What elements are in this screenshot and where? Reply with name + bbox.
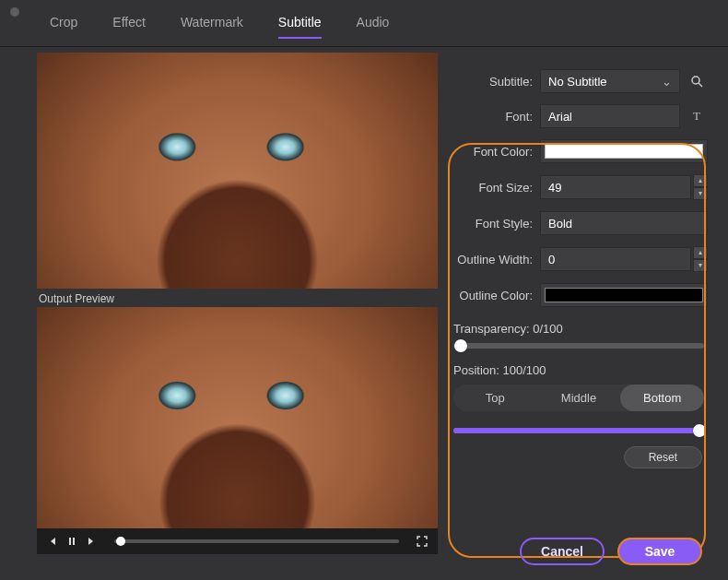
subtitle-panel: Subtitle: No Subtitle ⌄ Font: Arial T — [442, 53, 717, 554]
position-top[interactable]: Top — [453, 385, 537, 411]
font-size-label: Font Size: — [450, 181, 540, 195]
text-icon: T — [693, 109, 700, 124]
transparency-label: Transparency: 0/100 — [453, 322, 708, 336]
stepper-up-icon[interactable]: ▴ — [693, 174, 708, 187]
outline-color-label: Outline Color: — [450, 289, 540, 302]
outline-width-stepper[interactable]: ▴ ▾ — [693, 246, 708, 272]
subtitle-select[interactable]: No Subtitle ⌄ — [540, 69, 680, 93]
tab-watermark[interactable]: Watermark — [181, 15, 243, 39]
tab-audio[interactable]: Audio — [357, 15, 390, 39]
font-picker-button[interactable]: T — [686, 104, 708, 128]
outline-width-value: 0 — [548, 253, 555, 266]
position-segmented: Top Middle Bottom — [453, 385, 704, 411]
stepper-up-icon[interactable]: ▴ — [693, 246, 708, 259]
window-close-dot[interactable] — [10, 7, 19, 17]
font-select[interactable]: Arial — [540, 104, 680, 128]
playback-progress[interactable] — [114, 539, 399, 543]
reset-button[interactable]: Reset — [624, 446, 702, 468]
fullscreen-button[interactable] — [416, 535, 429, 548]
font-select-value: Arial — [548, 110, 572, 124]
outline-width-input[interactable]: 0 — [540, 247, 691, 271]
stepper-down-icon[interactable]: ▾ — [693, 259, 708, 272]
outline-width-label: Outline Width: — [450, 253, 540, 266]
svg-point-0 — [692, 77, 699, 84]
position-middle[interactable]: Middle — [537, 385, 621, 411]
font-style-select[interactable]: Bold — [540, 211, 708, 235]
font-size-stepper[interactable]: ▴ ▾ — [693, 174, 708, 200]
output-preview-label: Output Preview — [39, 292, 442, 305]
player-bar — [37, 528, 438, 554]
tab-crop[interactable]: Crop — [50, 15, 77, 39]
font-color-label: Font Color: — [450, 145, 540, 159]
pause-button[interactable] — [66, 536, 77, 547]
subtitle-label: Subtitle: — [450, 75, 540, 89]
font-size-input[interactable]: 49 — [540, 175, 691, 199]
chevron-down-icon: ⌄ — [662, 75, 672, 89]
preview-column: Output Preview — [37, 53, 442, 554]
tab-effect[interactable]: Effect — [112, 15, 146, 39]
subtitle-select-value: No Subtitle — [548, 75, 607, 89]
outline-color-swatch[interactable] — [540, 283, 708, 307]
output-preview — [37, 307, 438, 528]
font-style-label: Font Style: — [450, 217, 540, 231]
position-slider[interactable] — [453, 428, 704, 433]
font-color-swatch[interactable] — [540, 139, 708, 163]
prev-frame-button[interactable] — [46, 536, 57, 547]
source-preview — [37, 53, 438, 289]
font-label: Font: — [450, 110, 540, 124]
font-style-value: Bold — [548, 217, 572, 231]
save-button[interactable]: Save — [617, 538, 702, 565]
tab-bar: Crop Effect Watermark Subtitle Audio — [0, 0, 728, 47]
position-label: Position: 100/100 — [453, 363, 708, 377]
transparency-slider[interactable] — [453, 343, 704, 349]
search-subtitle-button[interactable] — [686, 69, 708, 93]
tab-subtitle[interactable]: Subtitle — [278, 15, 322, 39]
cancel-button[interactable]: Cancel — [520, 538, 605, 565]
font-size-value: 49 — [548, 181, 561, 195]
stepper-down-icon[interactable]: ▾ — [693, 187, 708, 200]
next-frame-button[interactable] — [87, 536, 98, 547]
action-buttons: Cancel Save — [520, 538, 702, 565]
position-bottom[interactable]: Bottom — [620, 385, 704, 411]
